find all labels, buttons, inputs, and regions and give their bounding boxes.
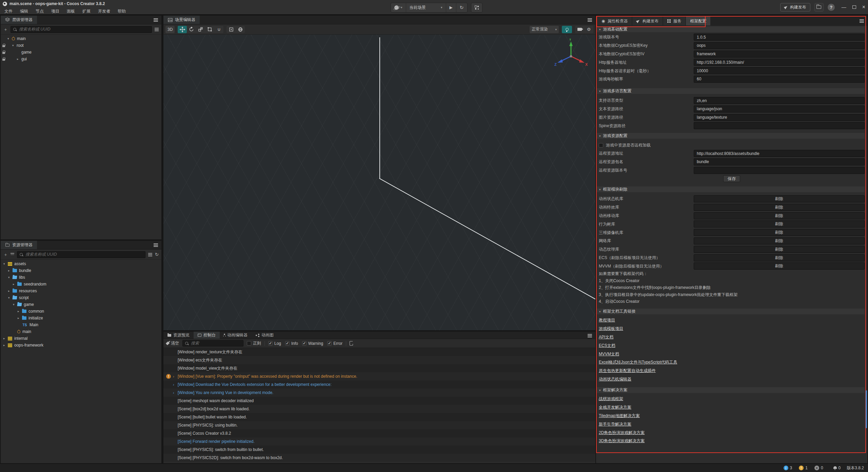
filter-checkbox[interactable] <box>268 341 273 346</box>
field-input[interactable] <box>694 51 865 58</box>
panel-menu-icon[interactable] <box>588 335 592 336</box>
field-input[interactable] <box>694 42 865 49</box>
field-input[interactable] <box>694 158 865 165</box>
remove-module-button[interactable]: 剔除 <box>694 195 865 202</box>
panel-menu-icon[interactable] <box>154 20 158 20</box>
expand-arrow-icon[interactable]: ▾ <box>8 296 13 299</box>
expand-arrow-icon[interactable]: ▸ <box>18 316 22 320</box>
console-log-row[interactable]: ! › [Scene] meshopt wasm decoder initial… <box>163 397 595 405</box>
inspector-tab[interactable]: 框架配置 <box>686 17 710 25</box>
close-button[interactable]: × <box>862 4 865 10</box>
menu-item[interactable]: 节点 <box>32 7 47 15</box>
remove-module-button[interactable]: 剔除 <box>694 237 865 244</box>
inspector-tab[interactable]: 构建发布 <box>632 17 663 25</box>
console-log-row[interactable]: ! › [Window] [Vue warn]: Property "onInp… <box>163 372 595 380</box>
log-level-filter[interactable]: Error <box>327 341 342 346</box>
doc-link[interactable]: Excel格式转Json文件与TypeScript代码工具 <box>599 359 677 365</box>
section-language-config[interactable]: ▾ 游戏多语言配置 <box>597 88 865 94</box>
console-log-row[interactable]: ! › [Scene] [bullet]:bullet wasm lib loa… <box>163 413 595 421</box>
help-button[interactable]: ? <box>828 4 835 11</box>
solution-link[interactable]: 3D角色扮演游戏解决方案 <box>599 438 645 444</box>
inspector-tab[interactable]: 服务 <box>663 17 685 25</box>
panel-menu-icon[interactable] <box>154 245 158 245</box>
pivot-tool-button[interactable] <box>226 26 236 33</box>
console-log-row[interactable]: ! › [Window] model_view文件夹存在 <box>163 364 595 372</box>
tab-assets[interactable]: 资源管理器 <box>1 241 37 249</box>
remove-module-button[interactable]: 剔除 <box>694 262 865 270</box>
section-solutions[interactable]: ▾ 框架解决方案 <box>597 387 865 393</box>
console-log-row[interactable]: ! › [Scene] Forward render pipeline init… <box>163 437 595 446</box>
regex-filter[interactable]: 正则 <box>247 340 261 346</box>
field-input[interactable] <box>694 150 865 157</box>
doc-link[interactable]: 游戏模板项目 <box>599 326 623 332</box>
console-log-row[interactable]: ! › [Window] ecs文件夹存在 <box>163 356 595 364</box>
clear-console-button[interactable]: 清空 <box>166 340 179 346</box>
field-input[interactable] <box>694 34 865 41</box>
expand-arrow-icon[interactable]: ▸ <box>13 282 17 286</box>
camera-button[interactable] <box>575 26 584 33</box>
remove-module-button[interactable]: 剔除 <box>694 204 865 211</box>
build-publish-button[interactable]: 构建发布 <box>780 3 810 12</box>
refresh-icon[interactable]: ↻ <box>155 252 159 257</box>
qr-preview-button[interactable] <box>471 3 482 12</box>
add-node-button[interactable]: ＋ <box>3 26 8 33</box>
sort-icon[interactable] <box>11 253 14 254</box>
tab-hierarchy[interactable]: 层级管理器 <box>1 16 37 24</box>
hierarchy-search-input[interactable]: 搜索名称或 UUID <box>11 26 152 33</box>
tree-node-row[interactable]: ▾ assets <box>1 260 161 267</box>
console-log-row[interactable]: ! › [Scene] [PHYSICS2D]: switch from box… <box>163 454 595 462</box>
tree-node-row[interactable]: Main <box>1 321 161 328</box>
console-log-row[interactable]: ! › [Scene] [PHYSICS]: switch from built… <box>163 446 595 454</box>
render-mode-select[interactable]: 正常渲染 ▾ <box>530 26 559 33</box>
console-search-input[interactable]: 搜索 <box>182 340 243 347</box>
solution-link[interactable]: 战棋游戏框架 <box>599 396 623 402</box>
minimize-button[interactable]: — <box>842 4 846 10</box>
console-log-row[interactable]: ! › [Window] render_texture文件夹存在 <box>163 348 595 356</box>
tree-node-row[interactable]: ▸ bundle <box>1 267 161 274</box>
inspector-tab[interactable]: 属性检查器 <box>597 17 632 25</box>
console-tab[interactable]: 控制台 <box>194 332 220 339</box>
mode-3d-button[interactable]: 3D <box>165 26 175 33</box>
field-input[interactable] <box>694 105 865 113</box>
scrollbar-thumb[interactable] <box>866 390 867 428</box>
remove-module-button[interactable]: 剔除 <box>694 220 865 228</box>
console-log-row[interactable]: ! › [Scene] [PHYSICS]: using builtin. <box>163 421 595 429</box>
expand-arrow-icon[interactable]: ▸ <box>8 289 13 293</box>
rect-tool-button[interactable] <box>205 26 214 33</box>
tab-scene-editor[interactable]: 场景编辑器 <box>163 16 200 24</box>
expand-arrow-icon[interactable]: ▸ <box>8 269 13 272</box>
expand-arrow-icon[interactable]: ▾ <box>8 276 13 279</box>
doc-link[interactable]: 原生包热更新配置自动生成插件 <box>599 368 656 374</box>
open-project-folder-button[interactable] <box>814 3 824 12</box>
solution-link[interactable]: 全栈开发解决方案 <box>599 405 631 410</box>
menu-item[interactable]: 扩展 <box>79 7 94 15</box>
scene-selector[interactable]: 当前场景 ▾ <box>406 3 446 12</box>
field-input[interactable] <box>694 67 865 74</box>
maximize-button[interactable] <box>852 5 856 9</box>
tree-node-row[interactable]: ▸ common <box>1 308 161 315</box>
tree-node-row[interactable]: ▸ gui <box>1 56 161 62</box>
field-input[interactable] <box>694 59 865 66</box>
add-asset-button[interactable]: ＋ <box>3 252 8 258</box>
section-resource-config[interactable]: ▾ 游戏资源配置 <box>597 133 865 139</box>
status-info[interactable]: i 3 <box>784 466 792 470</box>
tree-node-row[interactable]: ▾ libs <box>1 274 161 281</box>
remove-module-button[interactable]: 剔除 <box>694 254 865 261</box>
scene-settings-button[interactable]: ⚙ <box>584 26 593 33</box>
scene-viewport[interactable]: Y X Z <box>163 35 595 330</box>
solution-link[interactable]: 2D角色扮演游戏解决方案 <box>599 430 645 436</box>
status-error[interactable]: × 0 <box>814 466 823 470</box>
platform-selector[interactable]: ▾ <box>391 3 406 12</box>
lighting-toggle[interactable] <box>562 26 572 33</box>
status-warning[interactable]: ! 1 <box>799 466 808 470</box>
orientation-gizmo[interactable]: Y X Z <box>554 39 588 73</box>
console-log-row[interactable]: ! › [Window] You are running Vue in deve… <box>163 389 595 397</box>
menu-item[interactable]: 文件 <box>1 7 16 15</box>
doc-link[interactable]: ECS文档 <box>599 343 615 349</box>
tree-node-row[interactable]: ▸ resources <box>1 288 161 294</box>
doc-link[interactable]: 教程项目 <box>599 317 615 323</box>
assets-search-input[interactable]: 搜索名称或 UUID <box>17 251 145 258</box>
remove-module-button[interactable]: 剔除 <box>694 246 865 253</box>
section-modules[interactable]: ▾ 框架模块剔除 <box>597 186 865 192</box>
restart-button[interactable]: ↻ <box>456 3 467 12</box>
